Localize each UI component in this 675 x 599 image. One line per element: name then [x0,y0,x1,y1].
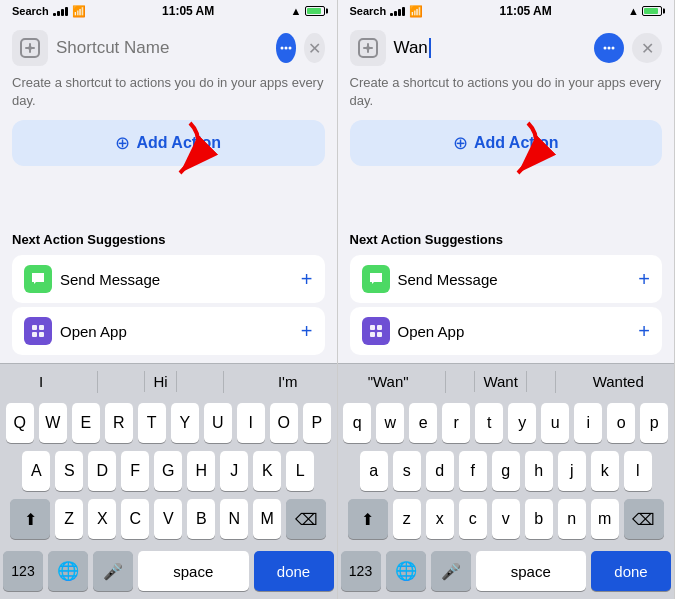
key-H[interactable]: H [187,451,215,491]
key-J[interactable]: J [220,451,248,491]
keyboard-bottom-left: 123 🌐 🎤 space done [0,549,337,599]
key-U[interactable]: U [204,403,232,443]
autocomplete-word-1-right[interactable]: "Wan" [360,371,417,392]
autocomplete-bar-right: "Wan" Want Wanted [338,363,675,399]
autocomplete-word-3-right[interactable]: Wanted [585,371,652,392]
key-T[interactable]: T [138,403,166,443]
open-app-plus-left[interactable]: + [301,320,313,343]
space-key-right[interactable]: space [476,551,587,591]
key-c[interactable]: c [459,499,487,539]
key-S[interactable]: S [55,451,83,491]
mic-key-left[interactable]: 🎤 [93,551,133,591]
svg-rect-8 [32,332,37,337]
key-z[interactable]: z [393,499,421,539]
key-p[interactable]: p [640,403,668,443]
close-button-left[interactable]: ✕ [304,33,324,63]
suggestion-send-message-right[interactable]: Send Message + [350,255,663,303]
key-F[interactable]: F [121,451,149,491]
key-h[interactable]: h [525,451,553,491]
key-M[interactable]: M [253,499,281,539]
suggestion-open-app-right[interactable]: Open App + [350,307,663,355]
close-button-right[interactable]: ✕ [632,33,662,63]
key-L[interactable]: L [286,451,314,491]
key-g[interactable]: g [492,451,520,491]
key-X[interactable]: X [88,499,116,539]
arrow-svg-right [468,113,588,183]
key-v[interactable]: v [492,499,520,539]
key-n[interactable]: n [558,499,586,539]
settings-button-left[interactable] [276,33,296,63]
autocomplete-word-3-left[interactable]: I'm [270,371,306,392]
messages-icon-left [24,265,52,293]
autocomplete-word-1-left[interactable]: I [31,371,51,392]
svg-rect-19 [377,332,382,337]
send-message-plus-right[interactable]: + [638,268,650,291]
key-R[interactable]: R [105,403,133,443]
cursor-right [429,38,431,58]
key-q[interactable]: q [343,403,371,443]
key-t[interactable]: t [475,403,503,443]
autocomplete-word-2-right[interactable]: Want [474,371,526,392]
shortcut-name-field-left[interactable] [56,38,268,58]
key-Z[interactable]: Z [55,499,83,539]
key-w[interactable]: w [376,403,404,443]
suggestion-send-message-left[interactable]: Send Message + [12,255,325,303]
svg-point-12 [604,47,607,50]
signal-icon-right [390,7,405,16]
key-Q[interactable]: Q [6,403,34,443]
key-C[interactable]: C [121,499,149,539]
messages-icon-right [362,265,390,293]
key-B[interactable]: B [187,499,215,539]
key-f[interactable]: f [459,451,487,491]
key-E[interactable]: E [72,403,100,443]
send-message-label-right: Send Message [398,271,631,288]
svg-rect-18 [370,332,375,337]
key-r[interactable]: r [442,403,470,443]
key-O[interactable]: O [270,403,298,443]
suggestion-open-app-left[interactable]: Open App + [12,307,325,355]
key-k[interactable]: k [591,451,619,491]
done-key-right[interactable]: done [591,551,671,591]
key-x[interactable]: x [426,499,454,539]
key-N[interactable]: N [220,499,248,539]
nav-arrow-icon-right: ▲ [628,5,639,17]
battery-icon-right [642,6,662,16]
key-G[interactable]: G [154,451,182,491]
globe-key-right[interactable]: 🌐 [386,551,426,591]
open-app-plus-right[interactable]: + [638,320,650,343]
key-l[interactable]: l [624,451,652,491]
key-u[interactable]: u [541,403,569,443]
settings-button-right[interactable] [594,33,624,63]
mic-key-right[interactable]: 🎤 [431,551,471,591]
backspace-key-right[interactable]: ⌫ [624,499,664,539]
done-key-left[interactable]: done [254,551,334,591]
key-j[interactable]: j [558,451,586,491]
numbers-key-right[interactable]: 123 [341,551,381,591]
space-key-left[interactable]: space [138,551,249,591]
key-d[interactable]: d [426,451,454,491]
key-V[interactable]: V [154,499,182,539]
key-s[interactable]: s [393,451,421,491]
numbers-key-left[interactable]: 123 [3,551,43,591]
key-D[interactable]: D [88,451,116,491]
key-I[interactable]: I [237,403,265,443]
key-e[interactable]: e [409,403,437,443]
key-i[interactable]: i [574,403,602,443]
key-Y[interactable]: Y [171,403,199,443]
key-m[interactable]: m [591,499,619,539]
key-P[interactable]: P [303,403,331,443]
shift-key-right[interactable]: ⬆ [348,499,388,539]
backspace-key-left[interactable]: ⌫ [286,499,326,539]
send-message-plus-left[interactable]: + [301,268,313,291]
shortcut-name-value-right: Wan [394,38,428,58]
globe-key-left[interactable]: 🌐 [48,551,88,591]
shift-key-left[interactable]: ⬆ [10,499,50,539]
autocomplete-word-2-left[interactable]: Hi [144,371,176,392]
key-b[interactable]: b [525,499,553,539]
key-A[interactable]: A [22,451,50,491]
key-y[interactable]: y [508,403,536,443]
key-a[interactable]: a [360,451,388,491]
key-W[interactable]: W [39,403,67,443]
key-K[interactable]: K [253,451,281,491]
key-o[interactable]: o [607,403,635,443]
